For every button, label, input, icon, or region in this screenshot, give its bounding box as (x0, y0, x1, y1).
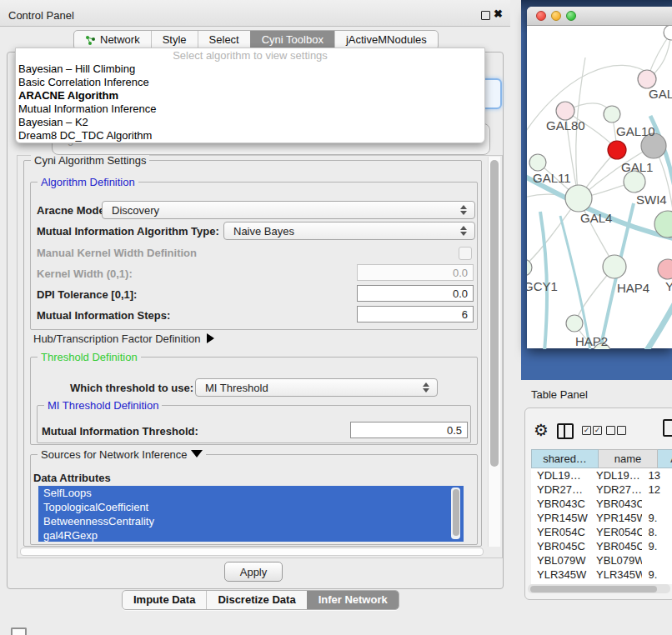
scrollbar-thumb[interactable] (530, 586, 657, 592)
node (658, 259, 672, 279)
column-layout-icon[interactable] (557, 423, 574, 439)
settings-gear-icon[interactable]: ⚙ (534, 420, 549, 440)
settings-horizontal-scrollbar[interactable] (19, 547, 484, 556)
kernel-width-label: Kernel Width (0,1): (37, 268, 133, 280)
algorithm-dropdown-popup: Select algorithm to view settings Bayesi… (15, 48, 485, 143)
table-row[interactable]: YDL19… YDL19… 13 (531, 468, 672, 482)
column-header-shared[interactable]: shared… (531, 449, 599, 468)
table-row[interactable]: YBR045C YBR045C 9. (531, 539, 672, 553)
dropdown-item[interactable]: Dream8 DC_TDC Algorithm (16, 129, 484, 142)
mi-type-combo[interactable]: Naive Bayes (223, 222, 475, 240)
zoom-traffic-light-icon[interactable] (566, 11, 576, 21)
minimize-traffic-light-icon[interactable] (551, 11, 561, 21)
aracne-mode-combo[interactable]: Discovery (102, 201, 475, 219)
tab-impute-data[interactable]: Impute Data (123, 591, 206, 609)
table-row[interactable]: YDR27… YDR27… 12 (531, 482, 672, 497)
unchecked-checkbox-icon[interactable] (617, 426, 626, 435)
sources-toggle[interactable]: Sources for Network Inference (38, 448, 206, 461)
list-item[interactable]: SelfLoops (38, 486, 464, 500)
mi-steps-field[interactable]: 6 (357, 306, 474, 322)
bottom-tabbar: Impute Data Discretize Data Infer Networ… (122, 590, 399, 610)
dropdown-item-selected[interactable]: ARACNE Algorithm (16, 89, 484, 102)
tab-cyni-toolbox[interactable]: Cyni Toolbox (250, 31, 334, 49)
list-vertical-scrollbar[interactable] (451, 488, 460, 539)
node-label: GAL1 (621, 160, 653, 174)
dropdown-placeholder: Select algorithm to view settings (16, 48, 484, 62)
node-label: Y (665, 279, 672, 293)
table-row[interactable]: YLR345W YLR345W 9. (531, 568, 672, 582)
list-item[interactable]: gal4RGexp (38, 528, 464, 542)
network-canvas[interactable]: GAL GAL80 GAL10 GAL1 GAL11 SWI4 GAL4 GCY… (527, 26, 672, 349)
dropdown-item[interactable]: Basic Correlation Inference (16, 76, 484, 89)
control-panel-titlebar: Control Panel ✖ (0, 0, 510, 27)
table-horizontal-scrollbar[interactable] (528, 584, 670, 593)
data-attributes-list[interactable]: SelfLoops TopologicalCoefficient Between… (38, 486, 464, 542)
table-row[interactable]: YER054C YER054C 8. (531, 525, 672, 539)
dropdown-item[interactable]: Bayesian – K2 (16, 116, 484, 129)
tab-style[interactable]: Style (151, 31, 198, 49)
group-title: Threshold Definition (38, 351, 141, 363)
table-body[interactable]: YDL19… YDL19… 13 YDR27… YDR27… 12 YBR043… (531, 468, 672, 584)
mi-steps-label: Mutual Information Steps: (37, 309, 170, 322)
node-gal10 (604, 106, 620, 122)
expanded-arrow-icon (191, 450, 203, 458)
panel-title: Control Panel (8, 9, 74, 22)
node-gcy1 (527, 259, 532, 276)
group-title: Algorithm Definition (38, 176, 138, 188)
which-threshold-value: MI Threshold (205, 382, 268, 394)
tab-discretize-data[interactable]: Discretize Data (206, 591, 306, 609)
mi-type-label: Mutual Information Algorithm Type: (37, 225, 219, 238)
close-icon[interactable]: ✖ (494, 8, 503, 20)
close-traffic-light-icon[interactable] (536, 11, 546, 21)
float-window-icon[interactable] (481, 11, 490, 20)
hub-section-label: Hub/Transcription Factor Definition (33, 332, 200, 345)
node (664, 26, 672, 40)
which-threshold-label: Which threshold to use: (70, 382, 193, 394)
node-gal80 (556, 102, 574, 120)
node-gal11 (529, 154, 546, 171)
column-header-name[interactable]: name (599, 449, 658, 468)
manual-kernel-checkbox[interactable] (459, 247, 472, 260)
node-label: GAL80 (546, 118, 585, 132)
checked-checkbox-icon[interactable]: ✓ (582, 426, 591, 435)
unchecked-checkbox-icon[interactable] (606, 426, 615, 435)
export-file-icon[interactable] (663, 419, 672, 437)
node-label: GAL (649, 87, 672, 101)
scrollbar-thumb[interactable] (20, 548, 484, 556)
tab-jactivemnodules[interactable]: jActiveMNodules (334, 31, 438, 49)
collapsed-arrow-icon (207, 333, 214, 343)
column-header-partial[interactable]: A (658, 449, 672, 468)
dropdown-item[interactable]: Mutual Information Inference (16, 102, 484, 116)
tab-network-label: Network (100, 31, 140, 49)
list-item[interactable]: TopologicalCoefficient (38, 500, 464, 514)
table-row[interactable]: YPR145W YPR145W 9. (531, 511, 672, 525)
tab-infer-network[interactable]: Infer Network (307, 591, 399, 609)
checked-checkbox-icon[interactable]: ✓ (593, 426, 602, 435)
node-selected-red (608, 141, 626, 159)
table-row[interactable]: YBL079W YBL079W (531, 553, 672, 568)
dpi-tolerance-field[interactable]: 0.0 (357, 285, 474, 302)
mi-threshold-field[interactable]: 0.5 (350, 422, 468, 438)
settings-vertical-scrollbar[interactable] (488, 157, 500, 547)
scrollbar-thumb[interactable] (453, 489, 459, 536)
apply-button[interactable]: Apply (224, 562, 283, 582)
collapsed-panel-icon[interactable] (11, 628, 27, 635)
table-panel-title: Table Panel (531, 388, 588, 401)
tab-select[interactable]: Select (198, 31, 250, 49)
list-item[interactable]: BetweennessCentrality (38, 514, 464, 528)
data-attributes-label: Data Attributes (33, 472, 111, 484)
aracne-mode-value: Discovery (112, 204, 159, 217)
dropdown-item[interactable]: Bayesian – Hill Climbing (16, 62, 484, 76)
node (638, 70, 656, 88)
table-row[interactable]: YBR043C YBR043C (531, 497, 672, 511)
node-label: GAL11 (533, 171, 571, 185)
hub-section-toggle[interactable]: Hub/Transcription Factor Definition (33, 332, 214, 345)
kernel-width-field[interactable]: 0.0 (357, 264, 474, 281)
which-threshold-combo[interactable]: MI Threshold (195, 378, 438, 397)
aracne-mode-label: Aracne Mode: (37, 204, 108, 217)
network-window[interactable]: GAL GAL80 GAL10 GAL1 GAL11 SWI4 GAL4 GCY… (527, 7, 672, 348)
node-label: GAL10 (616, 124, 655, 138)
combo-arrows-icon (460, 204, 467, 216)
scrollbar-thumb[interactable] (490, 160, 499, 467)
tab-network[interactable]: Network (74, 31, 151, 49)
